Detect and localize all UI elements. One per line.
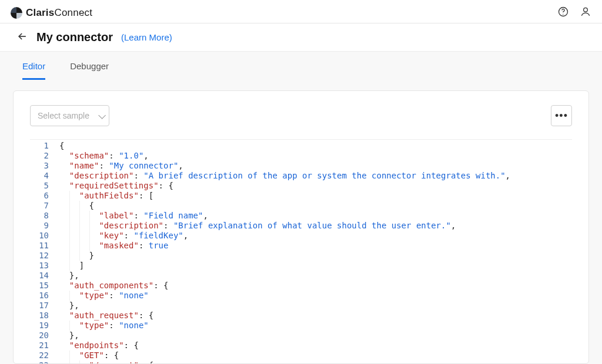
line-number: 2 [30, 151, 59, 161]
code-line[interactable]: "schema": "1.0", [59, 151, 572, 161]
code-line[interactable]: "authFields": [ [59, 191, 572, 201]
code-line[interactable]: "auth_request": { [59, 311, 572, 321]
topbar: ClarisConnect [0, 0, 602, 23]
sample-select[interactable]: Select sample [30, 105, 109, 126]
line-number: 22 [30, 350, 59, 360]
line-number: 1 [30, 141, 59, 151]
code-line[interactable]: ] [59, 261, 572, 271]
code-line[interactable]: "description": "A brief description of t… [59, 171, 572, 181]
line-number: 23 [30, 360, 59, 364]
line-number: 5 [30, 181, 59, 191]
line-number: 15 [30, 281, 59, 291]
line-number: 17 [30, 301, 59, 311]
code-line[interactable]: "/connect": { [59, 360, 572, 364]
line-number: 13 [30, 261, 59, 271]
brand-part1: Claris [26, 7, 54, 18]
code-line[interactable]: "label": "Field name", [59, 211, 572, 221]
tabs: Editor Debugger [12, 52, 590, 80]
card-toolbar: Select sample ••• [30, 105, 572, 126]
code-line[interactable]: "requiredSettings": { [59, 181, 572, 191]
svg-point-2 [584, 8, 588, 12]
more-icon: ••• [555, 110, 568, 122]
code-line[interactable]: "auth_components": { [59, 281, 572, 291]
line-number: 14 [30, 271, 59, 281]
code-line[interactable]: }, [59, 301, 572, 311]
brand-logo-icon [11, 7, 22, 19]
back-button[interactable] [16, 31, 28, 44]
code-line[interactable]: } [59, 251, 572, 261]
tab-editor[interactable]: Editor [22, 52, 45, 80]
account-button[interactable] [580, 6, 591, 19]
topbar-actions [557, 6, 591, 19]
code-line[interactable]: "GET": { [59, 350, 572, 360]
learn-more-link[interactable]: (Learn More) [121, 32, 172, 42]
code-line[interactable]: "key": "fieldKey", [59, 231, 572, 241]
help-button[interactable] [557, 6, 569, 19]
line-number: 19 [30, 321, 59, 331]
sample-select-wrap: Select sample [30, 105, 109, 126]
line-number: 7 [30, 201, 59, 211]
user-icon [580, 6, 591, 19]
help-icon [557, 6, 569, 19]
line-number: 4 [30, 171, 59, 181]
code-line[interactable]: "description": "Brief explanation of wha… [59, 221, 572, 231]
line-number: 20 [30, 331, 59, 341]
code-line[interactable]: "type": "none" [59, 321, 572, 331]
code-line[interactable]: { [59, 201, 572, 211]
code-line[interactable]: }, [59, 271, 572, 281]
tab-debugger[interactable]: Debugger [70, 52, 109, 80]
brand-text: ClarisConnect [26, 7, 92, 19]
code-line[interactable]: "masked": true [59, 241, 572, 251]
line-number: 6 [30, 191, 59, 201]
code-line[interactable]: "name": "My connector", [59, 161, 572, 171]
title-row: My connector (Learn More) [0, 23, 602, 52]
line-number: 16 [30, 291, 59, 301]
brand: ClarisConnect [11, 7, 92, 19]
tabs-area: Editor Debugger [0, 52, 602, 80]
code-content[interactable]: { "schema": "1.0", "name": "My connector… [59, 140, 572, 364]
code-line[interactable]: { [59, 141, 572, 151]
editor-card: Select sample ••• 1234567891011121314151… [13, 90, 589, 364]
card-area: Select sample ••• 1234567891011121314151… [0, 80, 602, 364]
page-title: My connector [36, 31, 113, 44]
svg-point-1 [563, 14, 563, 15]
line-number: 3 [30, 161, 59, 171]
more-actions-button[interactable]: ••• [551, 105, 572, 126]
line-number: 11 [30, 241, 59, 251]
line-number: 10 [30, 231, 59, 241]
line-number: 21 [30, 341, 59, 350]
line-number: 12 [30, 251, 59, 261]
code-line[interactable]: }, [59, 331, 572, 341]
code-editor[interactable]: 1234567891011121314151617181920212223 { … [30, 139, 572, 364]
line-number: 9 [30, 221, 59, 231]
line-number: 18 [30, 311, 59, 321]
line-gutter: 1234567891011121314151617181920212223 [30, 140, 59, 364]
line-number: 8 [30, 211, 59, 221]
arrow-left-icon [16, 31, 28, 44]
brand-part2: Connect [54, 7, 92, 18]
code-line[interactable]: "endpoints": { [59, 341, 572, 350]
code-line[interactable]: "type": "none" [59, 291, 572, 301]
